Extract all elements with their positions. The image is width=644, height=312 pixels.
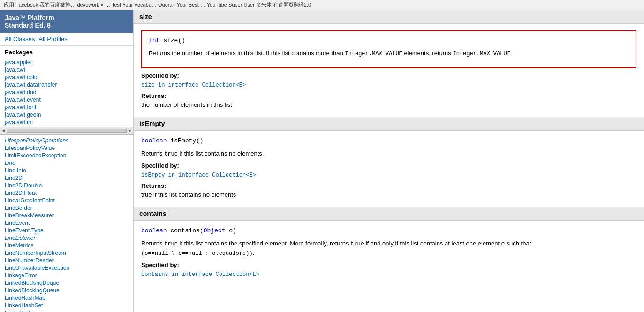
method-size-section: size int size() Returns the number of el… — [134, 10, 644, 117]
class-link[interactable]: LinkedHashSet — [0, 302, 133, 309]
class-link[interactable]: LineMetrics — [0, 242, 133, 249]
method-isEmpty-header: isEmpty — [134, 117, 644, 131]
class-link[interactable]: LineEvent — [0, 219, 133, 227]
class-link[interactable]: LinkedHashMap — [0, 294, 133, 302]
contains-signature: boolean contains(Object o) — [141, 227, 636, 234]
class-link[interactable]: LinkedList — [0, 309, 133, 312]
class-link[interactable]: Line2D.Float — [0, 189, 133, 197]
class-link[interactable]: LineNumberInputStream — [0, 249, 133, 257]
package-link[interactable]: java.awt.event — [0, 96, 133, 104]
method-isEmpty-body: boolean isEmpty() Returns true if this l… — [134, 131, 644, 207]
class-link[interactable]: Line2D — [0, 174, 133, 182]
contains-specified-by-label: Specified by: — [141, 261, 636, 268]
method-size-header: size — [134, 10, 644, 24]
isEmpty-specified-by-label: Specified by: — [141, 162, 636, 169]
class-link[interactable]: LineListener — [0, 234, 133, 242]
sidebar-header: Java™ Platform Standard Ed. 8 — [0, 10, 133, 33]
package-link[interactable]: java.awt.color — [0, 74, 133, 81]
sidebar-divider — [0, 134, 133, 135]
method-contains-body: boolean contains(Object o) Returns true … — [134, 221, 644, 286]
class-link[interactable]: Line.Info — [0, 167, 133, 174]
all-classes-link[interactable]: All Classes — [5, 36, 35, 43]
package-link[interactable]: java.awt.datatransfer — [0, 81, 133, 89]
size-specified-by: size in interface Collection<E> — [141, 81, 636, 89]
isEmpty-description: Returns true if this list contains no el… — [141, 149, 636, 158]
class-link[interactable]: LineEvent.Type — [0, 227, 133, 234]
method-size-body: int size() Returns the number of element… — [134, 24, 644, 117]
method-isEmpty-section: isEmpty boolean isEmpty() Returns true i… — [134, 117, 644, 207]
package-link[interactable]: java.awt.geom — [0, 111, 133, 119]
class-link[interactable]: LinkageError — [0, 272, 133, 279]
packages-title: Packages — [0, 46, 133, 58]
package-link[interactable]: java.awt.im — [0, 119, 133, 126]
package-link[interactable]: java.awt — [0, 66, 133, 74]
size-returns-label: Returns: — [141, 92, 636, 99]
class-link[interactable]: Line2D.Double — [0, 182, 133, 189]
packages-hscroll[interactable]: ◄ ► — [0, 127, 133, 134]
size-specified-by-label: Specified by: — [141, 72, 636, 79]
isEmpty-specified-by-link[interactable]: isEmpty in interface Collection<E> — [141, 172, 256, 178]
class-link[interactable]: LineBorder — [0, 204, 133, 212]
sidebar-title-line2: Standard Ed. 8 — [5, 22, 129, 29]
size-highlighted-box: int size() Returns the number of element… — [141, 30, 636, 68]
classes-list: LifespanPolicyOperationsLifespanPolicyVa… — [0, 136, 133, 312]
class-link[interactable]: LifespanPolicyOperations — [0, 137, 133, 144]
packages-list: java.appletjava.awtjava.awt.colorjava.aw… — [0, 58, 133, 127]
contains-specified-by: contains in interface Collection<E> — [141, 270, 636, 278]
class-link[interactable]: LinkedBlockingDeque — [0, 279, 133, 287]
method-contains-section: contains boolean contains(Object o) Retu… — [134, 207, 644, 286]
size-returns-text: the number of elements in this list — [141, 101, 636, 108]
isEmpty-returns-text: true if this list contains no elements — [141, 191, 636, 198]
isEmpty-specified-by: isEmpty in interface Collection<E> — [141, 171, 636, 178]
contains-description: Returns true if this list contains the s… — [141, 239, 636, 258]
class-link[interactable]: LinearGradientPaint — [0, 197, 133, 204]
class-link[interactable]: LineUnavailableException — [0, 264, 133, 272]
package-link[interactable]: java.applet — [0, 59, 133, 66]
sidebar: Java™ Platform Standard Ed. 8 All Classe… — [0, 10, 134, 312]
all-profiles-link[interactable]: All Profiles — [38, 36, 67, 43]
method-contains-header: contains — [134, 207, 644, 221]
class-link[interactable]: LinkedBlockingQueue — [0, 287, 133, 294]
package-link[interactable]: java.awt.font — [0, 104, 133, 111]
main-content: size int size() Returns the number of el… — [134, 10, 644, 312]
isEmpty-signature: boolean isEmpty() — [141, 137, 636, 144]
class-link[interactable]: LineNumberReader — [0, 257, 133, 264]
sidebar-title-line1: Java™ Platform — [5, 14, 129, 22]
browser-bar-text: 应用 Facebook 我的百度微博… devework × … Test Yo… — [4, 1, 311, 8]
class-link[interactable]: LineBreakMeasurer — [0, 212, 133, 219]
isEmpty-returns-label: Returns: — [141, 182, 636, 189]
size-description: Returns the number of elements in this l… — [149, 49, 629, 58]
package-link[interactable]: java.awt.dnd — [0, 89, 133, 96]
class-link[interactable]: LimitExceededException — [0, 152, 133, 159]
size-specified-by-link[interactable]: size in interface Collection<E> — [141, 82, 246, 89]
contains-specified-by-link[interactable]: contains in interface Collection<E> — [141, 271, 259, 278]
browser-bar: 应用 Facebook 我的百度微博… devework × … Test Yo… — [0, 0, 644, 10]
class-link[interactable]: LifespanPolicyValue — [0, 144, 133, 152]
class-link[interactable]: Line — [0, 159, 133, 167]
size-signature: int size() — [149, 37, 629, 44]
sidebar-top-nav: All Classes All Profiles — [0, 33, 133, 46]
